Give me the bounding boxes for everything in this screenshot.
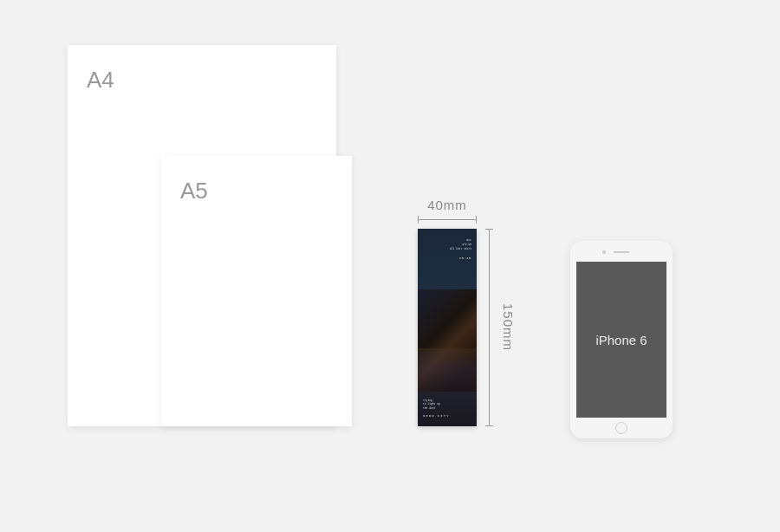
height-dimension-label: 150mm xyxy=(501,303,516,351)
width-dimension: 40mm xyxy=(418,198,477,224)
iphone-mockup: iPhone 6 xyxy=(570,241,673,438)
bookmark-reflection xyxy=(418,348,477,392)
width-dimension-line xyxy=(418,216,477,224)
bookmark-bottom-line3: the dark xyxy=(423,407,471,412)
height-dimension-line xyxy=(485,229,494,426)
bookmark-product: But are we all lost stars 20:45 Trying t… xyxy=(418,229,477,426)
width-dimension-label: 40mm xyxy=(418,198,477,212)
bookmark-title: NEON CITY xyxy=(423,414,471,418)
height-dimension: 150mm xyxy=(485,229,516,426)
phone-home-button-icon xyxy=(615,422,627,434)
bookmark-time: 20:45 xyxy=(450,256,471,261)
phone-camera-icon xyxy=(602,250,606,254)
a5-paper: A5 xyxy=(161,156,352,426)
phone-speaker-icon xyxy=(614,251,629,253)
a5-label: A5 xyxy=(180,178,208,204)
a4-label: A4 xyxy=(87,67,114,94)
bookmark-bottom-text: Trying to light up the dark NEON CITY xyxy=(423,399,471,418)
bookmark-line3: all lost stars xyxy=(450,248,471,252)
phone-model-label: iPhone 6 xyxy=(595,333,647,347)
phone-screen: iPhone 6 xyxy=(576,262,666,418)
bookmark-top-text: But are we all lost stars 20:45 xyxy=(450,239,471,262)
